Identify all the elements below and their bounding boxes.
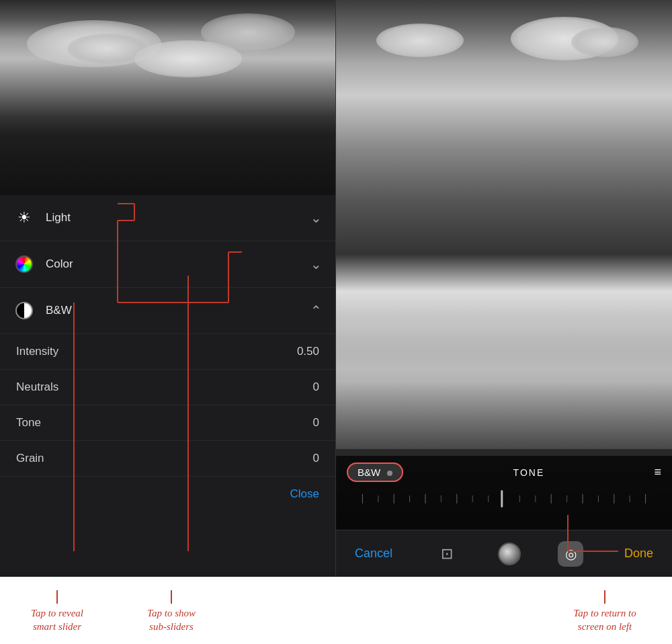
annotation-return: Tap to return to screen on left [551,590,659,637]
filter-button[interactable] [496,540,523,567]
annotation-sub-sliders-text: Tap to show sub-sliders [128,606,215,634]
annotation-smart-slider: Tap to reveal smart slider [13,590,101,637]
color-label: Color [46,257,310,271]
grain-value: 0 [313,452,319,465]
tone-row[interactable]: Tone 0 [0,405,335,441]
tone-slider-area: B&W TONE ≡ [336,456,672,530]
bw-chevron[interactable]: ⌃ [310,303,322,319]
right-panel: B&W TONE ≡ [336,0,672,577]
annotation-smart-slider-text: Tap to reveal smart slider [13,606,101,634]
adjust-button[interactable]: ◎ [558,541,583,567]
left-panel: ☀ Light ⌄ Color ⌄ [0,0,336,577]
filter-circle-icon [498,542,521,565]
crop-icon: ⊡ [441,545,453,563]
close-button[interactable]: Close [0,477,335,512]
bw-icon [13,300,35,321]
bottom-toolbar: Cancel ⊡ ◎ Done [336,530,672,577]
tone-slider-label: TONE [403,467,654,478]
intensity-label: Intensity [16,345,297,358]
light-control-row[interactable]: ☀ Light ⌄ [0,195,335,241]
tone-label: Tone [16,416,313,430]
intensity-value: 0.50 [297,345,319,358]
light-chevron[interactable]: ⌄ [310,210,322,226]
bw-label: B&W [46,304,310,317]
controls-list: ☀ Light ⌄ Color ⌄ [0,195,335,577]
light-label: Light [46,211,310,225]
right-photo: B&W TONE ≡ [336,0,672,530]
neutrals-label: Neutrals [16,380,313,394]
color-control-row[interactable]: Color ⌄ [0,241,335,288]
light-icon: ☀ [13,207,35,229]
color-icon [13,253,35,275]
tone-menu-icon[interactable]: ≡ [654,465,661,479]
adjust-icon: ◎ [565,546,577,562]
bw-tone-badge[interactable]: B&W [347,462,403,482]
annotations-row: Tap to reveal smart slider Tap to show s… [0,577,672,644]
color-chevron[interactable]: ⌄ [310,256,322,272]
grain-row[interactable]: Grain 0 [0,441,335,477]
grain-label: Grain [16,452,313,465]
crop-button[interactable]: ⊡ [433,540,460,567]
left-annotations: Tap to reveal smart slider Tap to show s… [0,577,336,644]
bw-control-row[interactable]: B&W ⌃ [0,288,335,334]
cancel-button[interactable]: Cancel [349,541,398,566]
annotation-return-text: Tap to return to screen on left [551,606,659,634]
annotation-sub-sliders: Tap to show sub-sliders [128,590,215,637]
tone-value: 0 [313,416,319,430]
left-photo-thumbnail [0,0,335,195]
tone-tick-slider[interactable] [347,489,661,509]
svg-rect-22 [501,490,503,508]
neutrals-value: 0 [313,380,319,394]
neutrals-row[interactable]: Neutrals 0 [0,370,335,405]
done-button[interactable]: Done [619,541,659,566]
right-annotation: Tap to return to screen on left [336,577,672,644]
intensity-row[interactable]: Intensity 0.50 [0,334,335,370]
badge-dot [387,471,392,476]
